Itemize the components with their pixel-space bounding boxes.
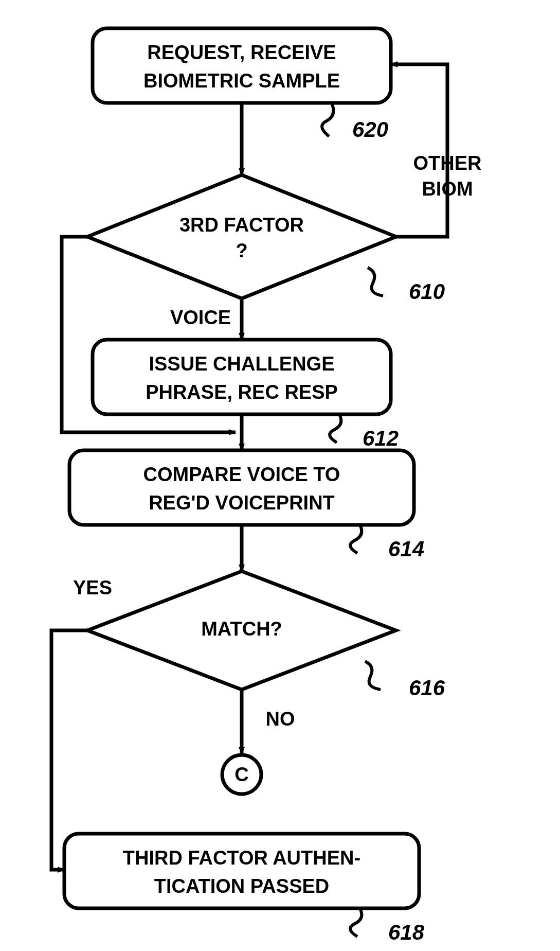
connector-c-label: C bbox=[234, 764, 248, 785]
label-biom: BIOM bbox=[422, 178, 473, 200]
diamond-3rd-factor bbox=[87, 175, 396, 298]
box-620-line1: REQUEST, RECEIVE bbox=[147, 42, 336, 63]
diamond-616-line1: MATCH? bbox=[201, 618, 282, 640]
ref-614: 614 bbox=[388, 537, 424, 561]
label-yes: YES bbox=[73, 577, 112, 598]
box-third-factor-passed bbox=[64, 834, 419, 908]
box-620-line2: BIOMETRIC SAMPLE bbox=[143, 70, 340, 92]
ref-612: 612 bbox=[363, 426, 399, 450]
ref-618: 618 bbox=[388, 920, 425, 944]
box-612-line1: ISSUE CHALLENGE bbox=[149, 353, 334, 375]
ref-620: 620 bbox=[352, 117, 388, 142]
box-612-line2: PHRASE, REC RESP bbox=[146, 381, 338, 403]
label-no: NO bbox=[266, 708, 295, 730]
ref-610: 610 bbox=[409, 279, 445, 304]
box-issue-challenge bbox=[93, 340, 391, 414]
ref-616: 616 bbox=[409, 676, 445, 700]
box-614-line2: REG'D VOICEPRINT bbox=[149, 492, 335, 514]
box-618-line2: TICATION PASSED bbox=[154, 875, 330, 897]
box-compare-voice bbox=[69, 450, 414, 525]
box-614-line1: COMPARE VOICE TO bbox=[143, 464, 340, 485]
diamond-610-line1: 3RD FACTOR bbox=[179, 214, 304, 236]
label-other: OTHER bbox=[413, 152, 482, 174]
diamond-610-line2: ? bbox=[236, 240, 247, 261]
label-voice: VOICE bbox=[170, 307, 231, 328]
box-618-line1: THIRD FACTOR AUTHEN- bbox=[123, 847, 360, 869]
box-request-receive bbox=[93, 28, 391, 103]
